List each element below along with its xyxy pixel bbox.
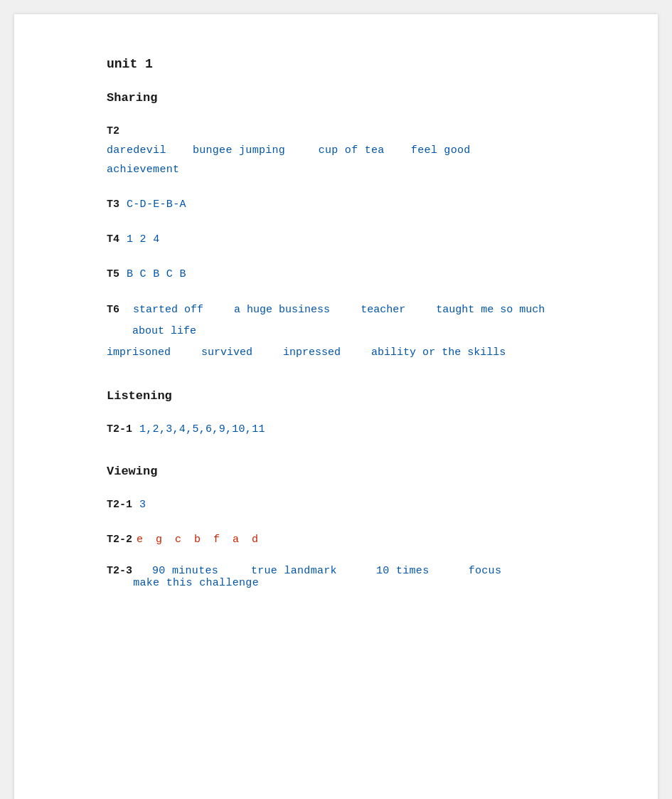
task-t4-answer: 1 2 4 [127, 230, 160, 249]
task-listening-t2-1: T2-1 1,2,3,4,5,6,9,10,11 [107, 420, 565, 439]
task-t2-label: T2 [107, 122, 119, 141]
section-sharing-title: Sharing [107, 91, 565, 105]
task-t5: T5 B C B C B [107, 265, 565, 284]
t6-phrase-3: teacher [348, 304, 405, 316]
t2-3-phrase-5: make this challenge [107, 577, 259, 589]
task-t3: T3 C-D-E-B-A [107, 195, 565, 214]
section-listening-title: Listening [107, 389, 565, 403]
t6-phrase-6: imprisoned [107, 346, 171, 359]
task-viewing-t2-2: T2-2 e g c b f a d [107, 530, 565, 549]
task-viewing-t2-1: T2-1 3 [107, 495, 565, 514]
t6-phrase-5: about life [107, 325, 196, 337]
task-listening-t2-1-answer: 1,2,3,4,5,6,9,10,11 [139, 420, 265, 439]
t6-phrase-9: ability or the skills [358, 346, 506, 359]
task-listening-t2-1-label: T2-1 [107, 420, 132, 439]
unit-title: unit 1 [107, 57, 565, 71]
task-t6: T6 started off a huge business teacher t… [107, 300, 565, 364]
task-t4: T4 1 2 4 [107, 230, 565, 249]
page: unit 1 Sharing T2 daredevil bungee jumpi… [14, 14, 658, 799]
t6-phrase-4: taught me so much [423, 304, 545, 316]
t6-phrase-7: survived [188, 346, 252, 359]
t2-3-phrase-1: 90 minutes [152, 565, 218, 577]
section-viewing-title: Viewing [107, 465, 565, 478]
t6-phrase-8: inpressed [270, 346, 341, 359]
task-t6-label: T6 [107, 304, 119, 316]
task-viewing-t2-2-label: T2-2 [107, 530, 132, 549]
task-t2-answers: daredevil bungee jumping cup of tea feel… [107, 141, 565, 179]
task-viewing-t2-3: T2-3 90 minutes true landmark 10 times f… [107, 565, 565, 589]
task-viewing-t2-1-answer: 3 [139, 495, 146, 514]
t2-3-phrase-4: focus [442, 565, 501, 577]
task-t3-label: T3 [107, 195, 119, 214]
task-t2: T2 daredevil bungee jumping cup of tea f… [107, 122, 565, 179]
t2-3-phrase-3: 10 times [350, 565, 430, 577]
task-t3-answer: C-D-E-B-A [127, 195, 186, 214]
t6-phrase-2: a huge business [221, 304, 330, 316]
task-viewing-t2-3-label: T2-3 [107, 565, 132, 577]
task-viewing-t2-2-answers: e g c b f a d [137, 530, 258, 549]
task-t5-label: T5 [107, 265, 119, 284]
t2-3-phrase-2: true landmark [231, 565, 337, 577]
task-viewing-t2-1-label: T2-1 [107, 495, 132, 514]
task-t4-label: T4 [107, 230, 119, 249]
t6-phrase-1: started off [133, 304, 203, 316]
task-t5-answer: B C B C B [127, 265, 186, 284]
